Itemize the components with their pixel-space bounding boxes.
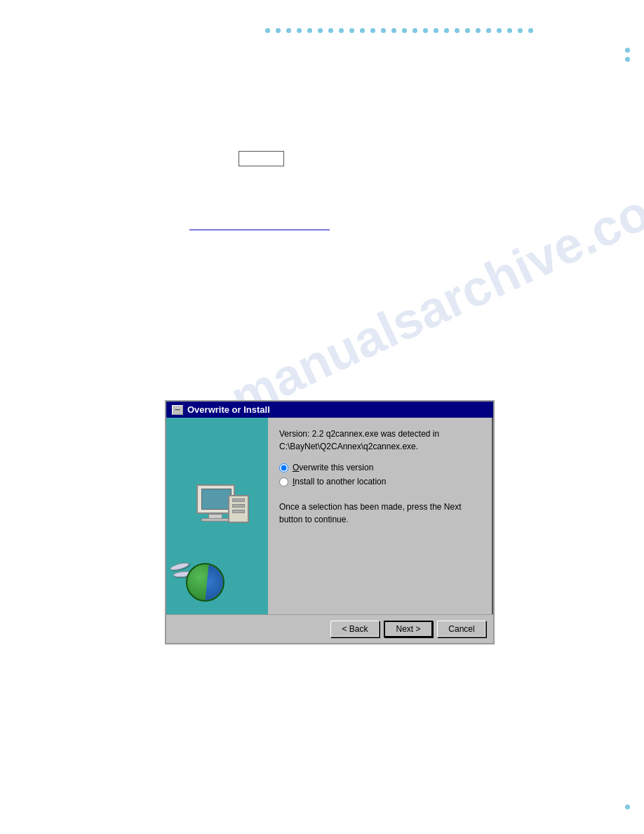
install-other-radio[interactable] <box>279 477 288 486</box>
radio-option-overwrite[interactable]: Overwrite this version <box>279 463 482 472</box>
overwrite-label: Overwrite this version <box>293 463 373 472</box>
cancel-button[interactable]: Cancel <box>437 621 486 637</box>
dot-4 <box>297 28 302 33</box>
dot-22 <box>486 28 491 33</box>
dot-11 <box>370 28 375 33</box>
decorative-dots-top <box>265 28 630 63</box>
globe-water <box>187 564 223 600</box>
dots-row <box>265 28 630 33</box>
cpu-detail-3 <box>232 510 245 513</box>
dialog-footer: < Back Next > Cancel <box>166 614 493 643</box>
top-rectangle <box>239 151 284 166</box>
dot-23 <box>497 28 502 33</box>
watermark-text: manualsarchive.com <box>222 164 644 427</box>
install-other-label: Install to another location <box>293 477 386 486</box>
dialog-info-text: Version: 2.2 q2cannex.exe was detected i… <box>279 428 482 453</box>
dot-8 <box>339 28 344 33</box>
cpu-detail-1 <box>232 498 245 502</box>
dialog-instruction-text: Once a selection has been made, press th… <box>279 501 482 526</box>
dialog-left-panel <box>166 418 268 614</box>
dot-25 <box>518 28 523 33</box>
dot-5 <box>307 28 312 33</box>
install-options-group: Overwrite this version Install to anothe… <box>279 463 482 486</box>
computer-illustration <box>186 484 249 541</box>
dot-9 <box>349 28 354 33</box>
dot-26 <box>528 28 533 33</box>
link-area[interactable] <box>189 218 330 230</box>
monitor-base <box>201 518 229 522</box>
dialog-titlebar: ─ Overwrite or Install <box>166 402 493 418</box>
next-button[interactable]: Next > <box>384 621 433 637</box>
titlebar-left: ─ Overwrite or Install <box>172 404 270 415</box>
monitor-screen <box>201 489 232 510</box>
dialog-title: Overwrite or Install <box>187 404 270 415</box>
dot-17 <box>434 28 438 33</box>
dot-14 <box>402 28 407 33</box>
dot-1 <box>265 28 270 33</box>
dot-10 <box>360 28 365 33</box>
overwrite-install-dialog: ─ Overwrite or Install <box>165 400 495 644</box>
radio-option-install-other[interactable]: Install to another location <box>279 477 482 486</box>
dot-21 <box>476 28 481 33</box>
bottom-dot <box>625 805 630 809</box>
cpu-box <box>228 495 249 523</box>
dot-18 <box>444 28 449 33</box>
dialog-right-panel: Version: 2.2 q2cannex.exe was detected i… <box>268 418 493 614</box>
dot-7 <box>328 28 333 33</box>
dot-right-2 <box>625 57 630 62</box>
globe-illustration <box>186 563 224 602</box>
cpu-detail-2 <box>232 504 245 508</box>
dot-2 <box>276 28 281 33</box>
overwrite-radio[interactable] <box>279 463 288 472</box>
dot-24 <box>507 28 512 33</box>
dot-16 <box>423 28 428 33</box>
dialog-body: Version: 2.2 q2cannex.exe was detected i… <box>166 418 493 614</box>
dot-20 <box>465 28 470 33</box>
dot-3 <box>286 28 291 33</box>
dot-6 <box>318 28 323 33</box>
back-button[interactable]: < Back <box>330 621 380 637</box>
dot-right-1 <box>625 48 630 53</box>
dots-side-right <box>625 48 630 62</box>
dot-15 <box>412 28 417 33</box>
system-menu-button[interactable]: ─ <box>172 405 183 415</box>
dot-13 <box>391 28 396 33</box>
dot-19 <box>455 28 459 33</box>
dot-12 <box>381 28 386 33</box>
